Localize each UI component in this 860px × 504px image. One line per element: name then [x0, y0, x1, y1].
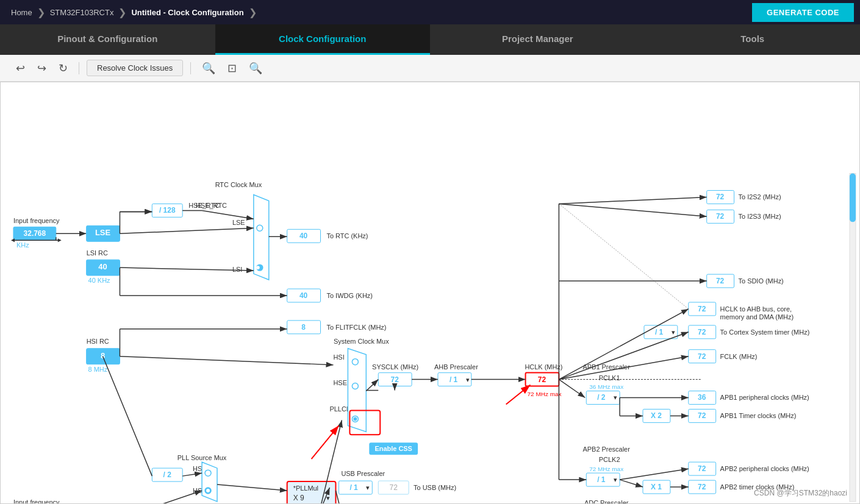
redo-button[interactable]: ↪: [34, 59, 50, 77]
watermark: CSDN @学习STM32的haozi: [754, 488, 847, 499]
sysclk-val-box[interactable]: 72: [391, 375, 400, 384]
pll-mux-radio-hsi[interactable]: [205, 470, 211, 476]
usb-div-val[interactable]: / 1: [349, 483, 358, 492]
hsi-rc-label2: HSI RC: [87, 338, 109, 345]
cortex-dropdown-arrow[interactable]: ▾: [672, 328, 675, 336]
breadcrumb: Home ❯ STM32F103RCTx ❯ Untitled - Clock …: [6, 7, 752, 18]
pll-source-mux-label: PLL Source Mux: [177, 454, 227, 461]
refresh-button[interactable]: ↻: [55, 59, 71, 77]
apb2-dropdown-arrow[interactable]: ▾: [614, 476, 617, 483]
apb2-per-val-box[interactable]: 72: [698, 464, 706, 473]
lse-block: LSE: [95, 228, 111, 237]
clock-diagram: Input frequency 32.768 KHz LSE LSI RC 40…: [1, 82, 859, 503]
sys-clock-mux-label: System Clock Mux: [334, 338, 389, 345]
tab-clock[interactable]: Clock Configuration: [215, 24, 431, 55]
ahb-dropdown-arrow[interactable]: ▾: [466, 376, 470, 383]
svg-point-10: [256, 266, 260, 269]
svg-rect-97: [850, 174, 856, 502]
sys-mux-radio-hsi[interactable]: [352, 359, 358, 365]
apb2-prescaler-label: APB2 Prescaler: [582, 445, 630, 453]
diagram-area: Input frequency 32.768 KHz LSE LSI RC 40…: [0, 82, 860, 504]
usb-val-box[interactable]: 72: [390, 483, 398, 492]
hclk-ahb-label-text: HCLK to AHB bus, core,: [720, 305, 792, 313]
sys-mux-radio-hse[interactable]: [352, 383, 358, 389]
apb1-dropdown-arrow[interactable]: ▾: [614, 394, 617, 401]
ahb-div-val[interactable]: / 1: [450, 375, 458, 384]
fclk-val-box[interactable]: 72: [698, 352, 706, 361]
apb1-x2-val-box[interactable]: X 2: [651, 411, 662, 420]
input-freq-label: Input frequency: [13, 217, 60, 224]
to-i2s2-label-text: To I2S2 (MHz): [739, 193, 781, 201]
pll-hsi-div2[interactable]: / 2: [163, 470, 172, 479]
to-rtc-val[interactable]: 40: [299, 232, 308, 240]
hse-input-freq-label: Input frequency: [13, 499, 60, 503]
apb1-per-val-box[interactable]: 36: [698, 393, 706, 402]
generate-code-button[interactable]: GENERATE CODE: [752, 3, 854, 22]
hsi-mhz-label: 8 MHz: [88, 366, 108, 373]
sysclk-label: SYSCLK (MHz): [372, 363, 418, 371]
lse-input-value[interactable]: 32.768: [24, 229, 46, 238]
svg-rect-0: [1, 82, 859, 503]
cortex-timer-label: To Cortex System timer (MHz): [720, 328, 810, 336]
rtc-mux-radio-lse[interactable]: [257, 225, 263, 231]
hclk-ahb-val-box[interactable]: 72: [698, 305, 706, 313]
rtc-clock-mux-label: RTC Clock Mux: [215, 181, 262, 188]
apb2-timer-val-box[interactable]: 72: [698, 483, 706, 491]
hsi-value-block: 8: [101, 351, 105, 360]
svg-point-18: [353, 417, 357, 421]
pll-mul-val-text[interactable]: X 9: [293, 494, 304, 502]
cortex-timer-val-box[interactable]: 72: [698, 328, 706, 336]
toolbar: ↩ ↪ ↻ Resolve Clock Issues 🔍 ⊡ 🔍: [0, 55, 860, 82]
usb-to-label: To USB (MHz): [414, 484, 456, 491]
pclk2-label: PCLK2: [599, 456, 620, 463]
nav-project[interactable]: Untitled - Clock Configuration: [126, 8, 248, 17]
hsi-sys-mux-label: HSI: [333, 353, 344, 361]
pll-mul-label: *PLLMul: [293, 484, 318, 492]
adc-prescaler-label: ADC Prescaler: [584, 499, 629, 503]
undo-button[interactable]: ↩: [12, 59, 29, 77]
to-i2s3-val-box[interactable]: 72: [716, 212, 725, 221]
apb2-div-val[interactable]: / 1: [597, 475, 606, 484]
nav-device[interactable]: STM32F103RCTx: [45, 8, 119, 17]
to-flit-label: To FLITFCLK (MHz): [326, 324, 386, 331]
pclk1-max-label: 36 MHz max: [589, 383, 623, 390]
zoom-out-button[interactable]: 🔍: [245, 59, 266, 77]
resolve-clock-button[interactable]: Resolve Clock Issues: [87, 60, 183, 76]
tab-pinout[interactable]: Pinout & Configuration: [0, 24, 215, 55]
apb1-prescaler-label: APB1 Prescaler: [582, 363, 630, 371]
tab-project[interactable]: Project Manager: [430, 24, 645, 55]
to-i2s2-val-box[interactable]: 72: [716, 193, 725, 201]
lsi-mux-label: LSI: [232, 266, 242, 273]
apb2-per-label-text: APB2 peripheral clocks (MHz): [720, 465, 809, 472]
hse-rtc-arrow-label: HSE_RTC: [188, 202, 220, 209]
lse-unit-label: KHz: [16, 241, 29, 249]
pll-source-mux-shape: [202, 462, 217, 502]
apb1-per-label-text: APB1 peripheral clocks (MHz): [720, 394, 809, 401]
apb1-timer-label-text: APB1 Timer clocks (MHz): [720, 412, 797, 419]
pclk2-max-label: 72 MHz max: [589, 466, 623, 472]
apb1-timer-val-box[interactable]: 72: [698, 411, 706, 420]
to-flit-val[interactable]: 8: [301, 323, 306, 332]
pll-mul-dropdown[interactable]: ▾: [326, 494, 330, 502]
svg-point-66: [206, 489, 210, 492]
apb2-x1-val-box[interactable]: X 1: [651, 483, 662, 491]
apb1-div-val[interactable]: / 2: [597, 393, 606, 402]
nav-home[interactable]: Home: [6, 8, 37, 17]
hclk-label: HCLK (MHz): [525, 363, 562, 371]
fit-button[interactable]: ⊡: [224, 59, 240, 77]
tab-tools[interactable]: Tools: [645, 24, 861, 55]
usb-dropdown-arrow[interactable]: ▾: [366, 484, 370, 491]
to-iwdg-val[interactable]: 40: [299, 291, 308, 300]
to-iwdg-label: To IWDG (KHz): [326, 292, 372, 299]
cortex-div-val[interactable]: / 1: [655, 328, 664, 336]
to-sdio-label-text: To SDIO (MHz): [739, 277, 784, 285]
to-i2s3-label-text: To I2S3 (MHz): [739, 213, 781, 220]
div128-block[interactable]: / 128: [159, 206, 176, 215]
to-sdio-val-box[interactable]: 72: [716, 277, 725, 285]
lsi-rc-label: LSI RC: [87, 249, 108, 257]
lse-mux-label: LSE: [232, 219, 245, 226]
to-rtc-label: To RTC (KHz): [326, 232, 368, 240]
hclk-val-box[interactable]: 72: [538, 375, 546, 384]
lsi-khz-label: 40 KHz: [88, 277, 110, 284]
zoom-in-button[interactable]: 🔍: [198, 59, 219, 77]
